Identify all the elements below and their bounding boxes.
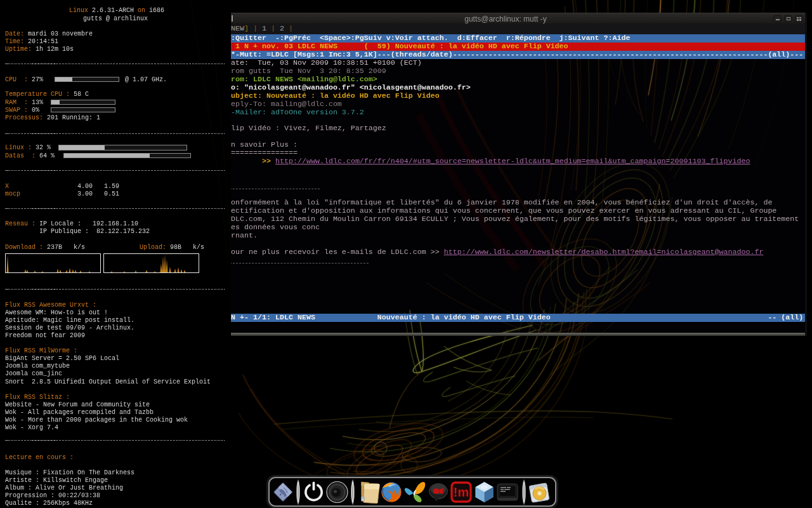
svg-text:!m: !m [454,485,469,499]
